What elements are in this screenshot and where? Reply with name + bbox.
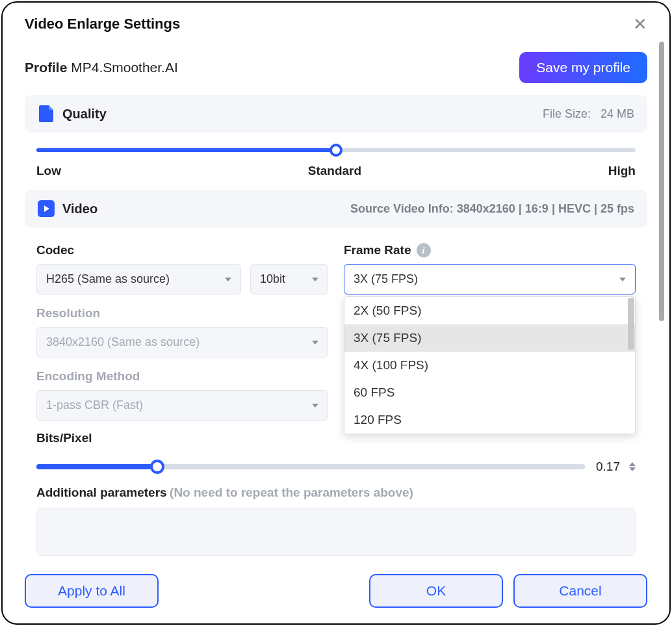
quality-slider[interactable]: [36, 148, 636, 152]
codec-select[interactable]: H265 (Same as source): [36, 264, 241, 294]
bit-depth-select[interactable]: 10bit: [250, 264, 328, 294]
quality-slider-thumb[interactable]: [330, 144, 342, 157]
cancel-button[interactable]: Cancel: [513, 574, 647, 608]
frame-rate-option[interactable]: 120 FPS: [344, 406, 635, 434]
bits-pixel-value: 0.17: [594, 460, 620, 474]
bits-pixel-stepper: [629, 462, 636, 471]
info-icon[interactable]: i: [417, 243, 431, 257]
quality-label-low: Low: [36, 164, 61, 178]
frame-rate-option[interactable]: 60 FPS: [344, 379, 635, 406]
chevron-down-icon: [619, 278, 626, 281]
encoding-label: Encoding Method: [36, 369, 328, 384]
modal-body: Profile MP4.Smoother.AI Save my profile …: [3, 39, 669, 562]
quality-label-standard: Standard: [308, 164, 361, 178]
frame-rate-option[interactable]: 2X (50 FPS): [344, 297, 635, 324]
bit-depth-value: 10bit: [260, 272, 285, 286]
frame-rate-option[interactable]: 3X (75 FPS): [344, 324, 635, 352]
codec-value: H265 (Same as source): [46, 272, 170, 286]
modal-title: Video Enlarge Settings: [25, 16, 180, 33]
file-size: File Size: 24 MB: [543, 107, 634, 121]
apply-to-all-button[interactable]: Apply to All: [25, 574, 159, 608]
dropdown-scrollbar[interactable]: [628, 298, 634, 350]
bits-pixel-row: 0.17: [25, 454, 647, 474]
profile-name: MP4.Smoother.AI: [71, 60, 178, 75]
resolution-select[interactable]: 3840x2160 (Same as source): [36, 327, 328, 358]
profile-label: Profile: [25, 60, 67, 75]
quality-section-header: Quality File Size: 24 MB: [25, 95, 647, 133]
stepper-down-icon[interactable]: [629, 467, 636, 471]
modal-footer: Apply to All OK Cancel: [3, 562, 669, 623]
frame-rate-value: 3X (75 FPS): [354, 272, 418, 286]
chevron-down-icon: [312, 278, 318, 281]
bits-pixel-slider[interactable]: [36, 464, 585, 469]
quality-slider-fill: [36, 148, 336, 152]
video-section-header: Video Source Video Info: 3840x2160 | 16:…: [25, 190, 647, 228]
video-title: Video: [62, 202, 97, 216]
frame-rate-select[interactable]: 3X (75 FPS): [344, 264, 636, 294]
close-icon[interactable]: ✕: [633, 16, 647, 33]
bits-pixel-fill: [36, 464, 157, 469]
settings-modal: Video Enlarge Settings ✕ Profile MP4.Smo…: [1, 1, 671, 625]
additional-params-row: Additional parameters (No need to repeat…: [25, 474, 647, 500]
stepper-up-icon[interactable]: [629, 462, 636, 466]
modal-header: Video Enlarge Settings ✕: [3, 3, 669, 39]
additional-hint: (No need to repeat the parameters above): [170, 486, 413, 499]
encoding-value: 1-pass CBR (Fast): [46, 398, 143, 412]
frame-rate-option[interactable]: 4X (100 FPS): [344, 352, 635, 379]
save-profile-button[interactable]: Save my profile: [519, 52, 647, 83]
file-size-label: File Size:: [543, 107, 591, 120]
quality-slider-labels: Low Standard High: [36, 164, 636, 178]
chevron-down-icon: [225, 278, 231, 281]
quality-label-high: High: [608, 164, 636, 178]
profile-row: Profile MP4.Smoother.AI Save my profile: [25, 52, 647, 83]
quality-title: Quality: [62, 107, 107, 122]
chevron-down-icon: [312, 404, 318, 408]
frame-rate-dropdown: 2X (50 FPS) 3X (75 FPS) 4X (100 FPS) 60 …: [344, 296, 636, 434]
scrollbar[interactable]: [659, 42, 664, 321]
frame-rate-label: Frame Rate i: [344, 243, 636, 257]
codec-label: Codec: [36, 243, 328, 257]
chevron-down-icon: [312, 341, 318, 345]
file-size-value: 24 MB: [601, 107, 634, 120]
ok-button[interactable]: OK: [369, 574, 503, 608]
bits-pixel-thumb[interactable]: [150, 460, 164, 474]
additional-params-input[interactable]: [36, 508, 636, 556]
source-video-info: Source Video Info: 3840x2160 | 16:9 | HE…: [350, 202, 634, 216]
additional-label: Additional parameters: [36, 486, 167, 499]
encoding-select[interactable]: 1-pass CBR (Fast): [36, 390, 328, 421]
resolution-value: 3840x2160 (Same as source): [46, 335, 200, 349]
file-icon: [38, 105, 55, 122]
quality-body: Low Standard High: [25, 133, 647, 190]
profile-label-group: Profile MP4.Smoother.AI: [25, 60, 178, 75]
resolution-label: Resolution: [36, 306, 328, 320]
play-icon: [38, 200, 55, 217]
video-body: Codec H265 (Same as source) 10bit Resolu…: [25, 228, 647, 556]
